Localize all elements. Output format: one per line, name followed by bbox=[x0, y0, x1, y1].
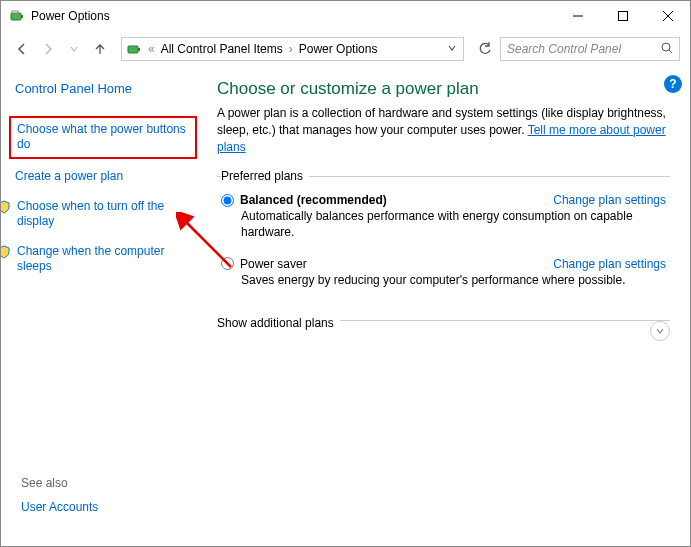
breadcrumb-separator: « bbox=[146, 42, 157, 56]
power-options-icon bbox=[126, 41, 142, 57]
svg-rect-0 bbox=[11, 13, 21, 20]
minimize-button[interactable] bbox=[555, 1, 600, 31]
plan-radio-power-saver[interactable] bbox=[221, 257, 234, 270]
sidebar-link-turn-off-display[interactable]: Choose when to turn off the display bbox=[15, 199, 197, 230]
shield-icon bbox=[0, 245, 11, 259]
svg-rect-4 bbox=[618, 12, 627, 21]
control-panel-home-link[interactable]: Control Panel Home bbox=[15, 81, 197, 98]
search-icon bbox=[661, 42, 673, 57]
sidebar-link-create-plan[interactable]: Create a power plan bbox=[15, 169, 197, 185]
svg-rect-7 bbox=[128, 46, 138, 53]
nav-bar: « All Control Panel Items › Power Option… bbox=[1, 31, 690, 67]
plan-radio-balanced[interactable] bbox=[221, 194, 234, 207]
sidebar-link-power-buttons[interactable]: Choose what the power buttons do bbox=[9, 116, 197, 159]
see-also-user-accounts[interactable]: User Accounts bbox=[21, 500, 98, 516]
title-bar: Power Options bbox=[1, 1, 690, 31]
svg-rect-2 bbox=[12, 11, 18, 13]
preferred-plans-group: Preferred plans Balanced (recommended) C… bbox=[217, 169, 670, 308]
breadcrumb-parent[interactable]: All Control Panel Items bbox=[161, 42, 283, 56]
sidebar-link-label: Choose when to turn off the display bbox=[17, 199, 197, 230]
back-button[interactable] bbox=[11, 38, 33, 60]
plan-description: Saves energy by reducing your computer's… bbox=[241, 273, 666, 289]
plan-power-saver: Power saver Change plan settings Saves e… bbox=[221, 257, 666, 289]
help-icon[interactable]: ? bbox=[664, 75, 682, 93]
address-bar[interactable]: « All Control Panel Items › Power Option… bbox=[121, 37, 464, 61]
intro-text: A power plan is a collection of hardware… bbox=[217, 105, 670, 155]
show-additional-plans-row[interactable]: Show additional plans bbox=[217, 320, 670, 349]
plan-name: Power saver bbox=[240, 257, 553, 271]
plan-balanced: Balanced (recommended) Change plan setti… bbox=[221, 193, 666, 240]
address-dropdown-icon[interactable] bbox=[445, 42, 459, 56]
search-placeholder: Search Control Panel bbox=[507, 42, 661, 56]
see-also-header: See also bbox=[21, 476, 98, 490]
preferred-plans-legend: Preferred plans bbox=[221, 169, 309, 183]
recent-locations-dropdown[interactable] bbox=[63, 38, 85, 60]
sidebar: Control Panel Home Choose what the power… bbox=[1, 67, 209, 546]
up-button[interactable] bbox=[89, 38, 111, 60]
main-panel: ? Choose or customize a power plan A pow… bbox=[209, 67, 690, 546]
power-options-icon bbox=[9, 8, 25, 24]
window-title: Power Options bbox=[31, 9, 555, 23]
svg-line-10 bbox=[669, 50, 672, 53]
sidebar-link-label: Change when the computer sleeps bbox=[17, 244, 197, 275]
shield-icon bbox=[0, 200, 11, 214]
sidebar-link-computer-sleeps[interactable]: Change when the computer sleeps bbox=[15, 244, 197, 275]
breadcrumb-current[interactable]: Power Options bbox=[299, 42, 378, 56]
change-plan-settings-link[interactable]: Change plan settings bbox=[553, 257, 666, 271]
forward-button[interactable] bbox=[37, 38, 59, 60]
svg-rect-1 bbox=[21, 15, 23, 18]
change-plan-settings-link[interactable]: Change plan settings bbox=[553, 193, 666, 207]
svg-rect-8 bbox=[138, 48, 140, 51]
page-heading: Choose or customize a power plan bbox=[217, 79, 670, 99]
expand-chevron-icon[interactable] bbox=[650, 321, 670, 341]
svg-point-9 bbox=[662, 43, 670, 51]
plan-name: Balanced (recommended) bbox=[240, 193, 553, 207]
refresh-button[interactable] bbox=[474, 38, 496, 60]
plan-description: Automatically balances performance with … bbox=[241, 209, 666, 240]
close-button[interactable] bbox=[645, 1, 690, 31]
maximize-button[interactable] bbox=[600, 1, 645, 31]
content-area: Control Panel Home Choose what the power… bbox=[1, 67, 690, 546]
breadcrumb-chevron-icon: › bbox=[287, 42, 295, 56]
show-additional-label: Show additional plans bbox=[217, 316, 340, 330]
see-also-section: See also User Accounts bbox=[21, 476, 98, 530]
window-controls bbox=[555, 1, 690, 31]
search-input[interactable]: Search Control Panel bbox=[500, 37, 680, 61]
